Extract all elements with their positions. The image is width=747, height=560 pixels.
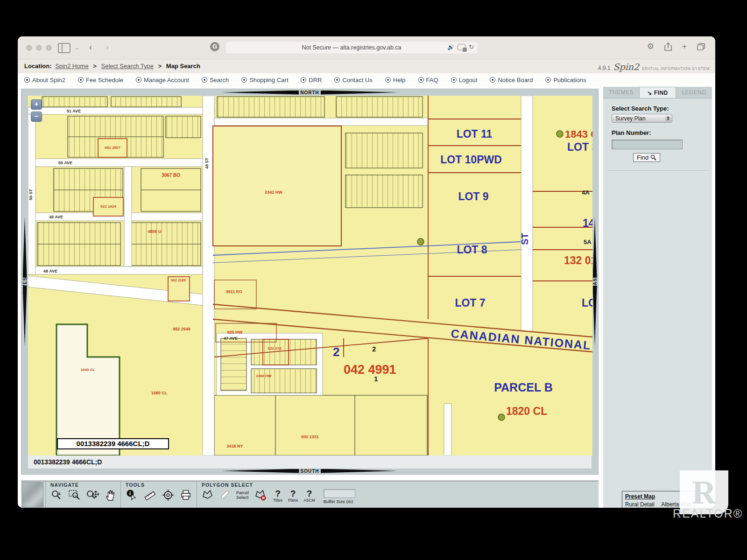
translate-icon[interactable] <box>458 44 465 50</box>
menu-item-help[interactable]: Help <box>385 77 406 84</box>
tab-legend[interactable]: LEGEND <box>676 87 712 98</box>
audio-icon[interactable]: 🔊 <box>447 44 454 50</box>
map-label-13201: 132 01 <box>564 254 592 266</box>
print-tool-icon[interactable] <box>180 489 192 501</box>
back-button[interactable]: ‹ <box>89 42 92 52</box>
clear-polygon-tool-icon[interactable] <box>254 489 268 501</box>
map-label-50st: 50 ST <box>28 189 33 200</box>
buffer-size-label: Buffer Size (m) <box>324 499 355 504</box>
menu-item-fee-schedule[interactable]: Fee Schedule <box>78 77 123 84</box>
buffer-size-input[interactable] <box>324 489 355 498</box>
menu-item-logout[interactable]: Logout <box>451 77 478 84</box>
find-button[interactable]: Find <box>633 153 660 162</box>
zoom-out-button[interactable]: − <box>31 112 42 122</box>
map-label-3067bo: 3067 BO <box>162 173 180 178</box>
selected-parcel-id: 0013382239 4666CL;D <box>34 458 102 466</box>
search-type-value: Survey Plan <box>615 115 646 122</box>
line-draw-tool-icon[interactable] <box>219 489 231 500</box>
select-stepper-icon <box>665 115 671 121</box>
menu-item-publications[interactable]: Publications <box>545 77 586 84</box>
tab-find[interactable]: ↘FIND <box>639 87 676 98</box>
zoom-pan-tool-icon[interactable] <box>86 489 99 501</box>
search-type-select[interactable]: Survey Plan <box>612 114 672 123</box>
radio-icon <box>490 77 495 83</box>
map-label-0021331: 002 1331 <box>301 434 319 439</box>
polygon-draw-tool-icon[interactable] <box>202 489 214 500</box>
menu-item-manage-account[interactable]: Manage Account <box>136 77 189 84</box>
address-bar[interactable]: Not Secure — alta.registries.gov.ab.ca 🔊… <box>225 41 478 54</box>
share-icon[interactable] <box>664 42 672 51</box>
forward-button[interactable]: › <box>106 42 109 52</box>
map-label-49ave: 49 AVE <box>49 215 63 219</box>
map-label-0221424: 022 1424 <box>100 204 116 209</box>
north-arrow-icon <box>321 91 398 95</box>
browser-chrome: ⌄ ‹ › G Not Secure — alta.registries.gov… <box>18 36 715 59</box>
menu-item-contact-us[interactable]: Contact Us <box>334 77 372 84</box>
zoom-in-button[interactable]: + <box>31 99 42 110</box>
map-label-1843c: 1843 C <box>565 128 592 140</box>
map-label-1040cl: 1040 CL <box>81 368 95 372</box>
minimize-window-button[interactable] <box>36 45 42 51</box>
breadcrumb-home-link[interactable]: Spin2 Home <box>55 63 89 70</box>
map-label-1580cl: 1580 CL <box>151 391 168 395</box>
breadcrumb-bar: Location: Spin2 Home > Select Search Typ… <box>18 59 715 73</box>
map-label-lot7: LOT 7 <box>455 297 485 309</box>
map-label-lot8: LOT 8 <box>457 244 487 256</box>
compass-north: NORTH <box>28 89 592 96</box>
radio-icon <box>418 77 424 83</box>
ascm-help[interactable]: ?ASCM <box>303 489 315 503</box>
map-label-50ave: 50 AVE <box>58 161 72 165</box>
map-label-51ave: 51 AVE <box>67 109 81 113</box>
question-icon: ? <box>288 489 298 498</box>
menu-item-drr[interactable]: DRR <box>301 77 322 84</box>
map-label-lot11: LOT 11 <box>457 128 493 140</box>
menu-item-search[interactable]: Search <box>202 77 229 84</box>
center-map-tool-icon[interactable] <box>162 489 174 501</box>
map-label-1820cl: 1820 CL <box>506 405 547 417</box>
app-brand: 4.9.1 Spin2 SPATIAL INFORMATION SYSTEM <box>598 62 710 72</box>
menu-item-faq[interactable]: FAQ <box>418 77 438 84</box>
tab-overview-icon[interactable] <box>697 43 705 50</box>
radio-icon <box>241 77 247 83</box>
map-label-2: 2 <box>372 345 376 353</box>
titles-help[interactable]: ?Titles <box>273 489 282 503</box>
map-label-2-blue: 2 <box>333 345 339 359</box>
zoom-in-tool-icon[interactable]: + <box>50 489 63 501</box>
menu-item-about[interactable]: About Spin2 <box>24 77 65 84</box>
close-window-button[interactable] <box>26 45 32 51</box>
map-label-5a: 5A <box>584 238 592 245</box>
map-canvas[interactable]: LOT 11 LOT 10PWD LOT 9 LOT 8 LOT 7 ST 18… <box>28 96 592 455</box>
settings-gear-icon[interactable]: ⚙ <box>647 42 654 51</box>
zoom-window-button[interactable] <box>46 45 52 51</box>
pan-hand-tool-icon[interactable] <box>105 489 116 501</box>
chevron-down-icon[interactable]: ⌄ <box>75 44 79 51</box>
breadcrumb-search-type-link[interactable]: Select Search Type <box>101 63 154 70</box>
menu-item-shopping-cart[interactable]: Shopping Cart <box>241 77 288 84</box>
window-controls[interactable] <box>26 44 56 53</box>
reload-icon[interactable]: ↻ <box>469 43 474 50</box>
plan-number-input[interactable] <box>612 140 683 149</box>
parcel-select-tool[interactable]: ParcelSelect <box>236 490 249 500</box>
menu-item-notice-board[interactable]: Notice Board <box>490 77 533 84</box>
find-panel: Select Search Type: Survey Plan Plan Num… <box>612 105 707 162</box>
brand-logo: Spin2 <box>613 62 639 72</box>
tab-themes[interactable]: THEMES <box>603 87 639 98</box>
map-status-bar: 0013382239 4666CL;D <box>28 455 592 469</box>
north-arrow-icon <box>222 91 299 95</box>
extension-badge[interactable]: G <box>210 42 219 51</box>
plans-help[interactable]: ?Plans <box>288 489 298 503</box>
map-label-0424991: 042 4991 <box>344 363 396 377</box>
breadcrumb-separator: > <box>93 63 97 70</box>
radio-icon <box>451 77 457 83</box>
sidebar-divider <box>608 170 708 171</box>
new-tab-icon[interactable]: + <box>682 42 687 51</box>
map-label-0022185: 002 2185 <box>171 278 185 282</box>
map-label-2460hw: 2460 HW <box>256 374 272 378</box>
identify-tool-icon[interactable]: i <box>126 489 138 501</box>
sidebar-toggle-icon[interactable] <box>58 43 70 53</box>
overview-thumbnail[interactable] <box>22 482 43 507</box>
url-text: Not Secure — alta.registries.gov.ab.ca <box>302 44 401 51</box>
preset-rural-detail[interactable]: Rural Detail <box>625 501 655 508</box>
measure-tool-icon[interactable] <box>143 489 156 501</box>
zoom-box-tool-icon[interactable] <box>68 489 80 501</box>
